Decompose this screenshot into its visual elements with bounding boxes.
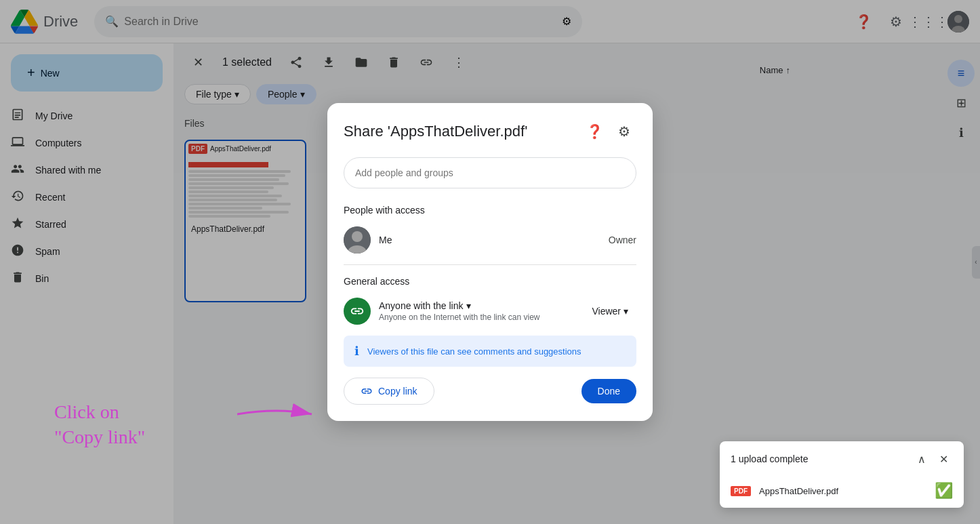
person-info: Me [379, 235, 600, 245]
toast-title: 1 upload complete [731, 454, 808, 464]
toast-close-button[interactable]: ✕ [934, 449, 953, 468]
dialog-header: Share 'AppsThatDeliver.pdf' ❓ ⚙ [344, 119, 636, 144]
toast-header: 1 upload complete ∧ ✕ [720, 441, 964, 477]
toast-minimize-button[interactable]: ∧ [912, 449, 931, 468]
chevron-down-icon: ▾ [624, 306, 628, 317]
copy-link-label: Copy link [378, 386, 417, 397]
link-access-icon [350, 304, 365, 319]
share-dialog: Share 'AppsThatDeliver.pdf' ❓ ⚙ People w… [327, 103, 653, 421]
info-message: Viewers of this file can see comments an… [367, 346, 581, 357]
upload-complete-icon: ✅ [935, 482, 953, 500]
annotation-arrow [237, 401, 319, 430]
annotation: Click on "Copy link" [54, 400, 145, 449]
dialog-title: Share 'AppsThatDeliver.pdf' [344, 123, 527, 140]
done-button[interactable]: Done [581, 379, 636, 403]
toast-controls: ∧ ✕ [912, 449, 953, 468]
copy-link-button[interactable]: Copy link [344, 378, 434, 405]
access-type-dropdown[interactable]: ▾ [466, 300, 471, 311]
access-desc: Anyone on the Internet with the link can… [379, 313, 575, 322]
people-section-title: People with access [344, 205, 636, 216]
annotation-line2: "Copy link" [54, 425, 145, 449]
access-type: Anyone with the link ▾ [379, 300, 575, 311]
viewer-dropdown[interactable]: Viewer ▾ [584, 302, 636, 321]
info-icon: ℹ [354, 344, 359, 359]
toast-pdf-icon: PDF [731, 486, 751, 496]
owner-avatar [344, 226, 371, 254]
owner-avatar-image [344, 226, 371, 254]
dialog-footer: Copy link Done [344, 378, 636, 405]
access-type-label: Anyone with the link [379, 300, 464, 311]
viewer-label: Viewer [592, 306, 621, 317]
info-banner: ℹ Viewers of this file can see comments … [344, 336, 636, 367]
person-row: Me Owner [344, 226, 636, 254]
divider [344, 264, 636, 265]
upload-toast: 1 upload complete ∧ ✕ PDF AppsThatDelive… [720, 441, 964, 508]
access-info: Anyone with the link ▾ Anyone on the Int… [379, 300, 575, 322]
copy-link-icon [361, 385, 373, 397]
general-access-row: Anyone with the link ▾ Anyone on the Int… [344, 298, 636, 325]
arrow-svg [237, 401, 319, 428]
owner-role: Owner [609, 235, 636, 245]
dialog-settings-button[interactable]: ⚙ [612, 119, 636, 144]
svg-point-4 [352, 231, 363, 242]
share-input[interactable] [344, 157, 636, 188]
person-name: Me [379, 235, 600, 245]
dialog-header-icons: ❓ ⚙ [582, 119, 636, 144]
toast-file-name: AppsThatDeliver.pdf [759, 486, 838, 496]
access-icon [344, 298, 371, 325]
general-access-title: General access [344, 276, 636, 287]
dialog-help-button[interactable]: ❓ [582, 119, 607, 144]
toast-file-item: PDF AppsThatDeliver.pdf ✅ [720, 477, 964, 508]
annotation-line1: Click on [54, 400, 145, 424]
